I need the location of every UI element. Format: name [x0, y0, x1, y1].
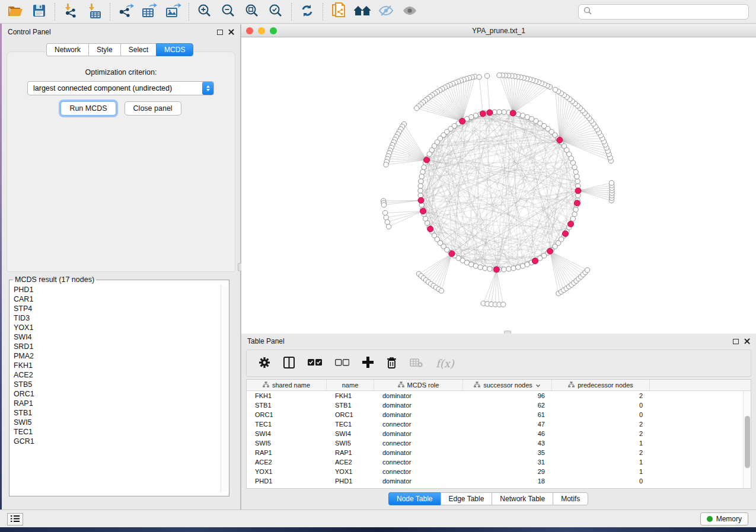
- column-header-MCDS-role[interactable]: MCDS role: [374, 380, 463, 390]
- table-cell[interactable]: connector: [374, 421, 463, 428]
- table-cell[interactable]: 62: [463, 402, 552, 409]
- table-settings-button[interactable]: [259, 354, 270, 372]
- table-row[interactable]: ORC1ORC1dominator610: [247, 410, 751, 419]
- table-row[interactable]: YOX1YOX1connector291: [247, 467, 751, 476]
- clone-network-button[interactable]: [327, 2, 350, 22]
- tab-style[interactable]: Style: [88, 43, 120, 56]
- mcds-result-item[interactable]: STB1: [10, 408, 221, 418]
- import-network-button[interactable]: [59, 2, 82, 22]
- mcds-result-item[interactable]: RAP1: [10, 399, 221, 408]
- mcds-result-item[interactable]: SWI5: [10, 418, 221, 427]
- mcds-result-item[interactable]: SRD1: [10, 342, 221, 351]
- table-cell[interactable]: 47: [463, 421, 552, 428]
- tab-network[interactable]: Network: [46, 43, 88, 56]
- table-cell[interactable]: SWI5: [327, 440, 374, 447]
- table-cell[interactable]: dominator: [374, 449, 463, 456]
- network-graph[interactable]: [241, 37, 756, 333]
- table-cell[interactable]: 18: [463, 477, 552, 485]
- zoom-fit-button[interactable]: [240, 2, 264, 22]
- mcds-result-item[interactable]: FKH1: [10, 361, 221, 370]
- table-cell[interactable]: dominator: [374, 477, 463, 485]
- run-mcds-button[interactable]: Run MCDS: [60, 101, 116, 116]
- table-cell[interactable]: FKH1: [247, 392, 327, 399]
- table-cell[interactable]: ORC1: [247, 411, 327, 418]
- table-cell[interactable]: SWI4: [327, 430, 374, 437]
- mcds-result-item[interactable]: PHD1: [10, 285, 221, 294]
- float-panel-icon[interactable]: [217, 30, 223, 35]
- table-cell[interactable]: RAP1: [247, 449, 327, 456]
- table-cell[interactable]: 35: [463, 449, 552, 456]
- table-cell[interactable]: 2: [552, 392, 650, 399]
- task-history-button[interactable]: [7, 513, 23, 525]
- zoom-in-button[interactable]: [193, 2, 216, 22]
- mcds-result-item[interactable]: CAR1: [10, 294, 221, 304]
- table-cell[interactable]: 96: [463, 392, 552, 399]
- search-input[interactable]: [595, 8, 744, 16]
- show-details-button[interactable]: [398, 2, 422, 22]
- table-cell[interactable]: dominator: [374, 430, 463, 437]
- table-row[interactable]: RAP1RAP1dominator352: [247, 448, 751, 457]
- close-panel-button[interactable]: Close panel: [125, 101, 181, 116]
- mcds-result-item[interactable]: ORC1: [10, 389, 221, 399]
- table-row[interactable]: SWI4SWI4dominator462: [247, 429, 751, 438]
- table-cell[interactable]: SWI4: [247, 430, 327, 437]
- mcds-result-item[interactable]: TID3: [10, 313, 221, 323]
- table-cell[interactable]: dominator: [374, 402, 463, 409]
- delete-button[interactable]: [387, 354, 397, 372]
- table-cell[interactable]: ORC1: [327, 411, 374, 418]
- home-overview-button[interactable]: [350, 2, 374, 22]
- export-network-button[interactable]: [114, 2, 138, 22]
- show-columns-button[interactable]: [283, 354, 295, 372]
- table-cell[interactable]: FKH1: [327, 392, 374, 399]
- optimization-dropdown[interactable]: largest connected component (undirected): [27, 81, 214, 95]
- table-cell[interactable]: 29: [463, 468, 552, 475]
- open-file-button[interactable]: [4, 2, 27, 22]
- table-cell[interactable]: 46: [463, 430, 552, 437]
- table-cell[interactable]: 2: [552, 449, 650, 456]
- table-cell[interactable]: 1: [552, 440, 650, 447]
- table-cell[interactable]: connector: [374, 459, 463, 466]
- table-cell[interactable]: 31: [463, 459, 552, 466]
- table-cell[interactable]: PHD1: [327, 477, 374, 485]
- save-session-button[interactable]: [27, 2, 51, 22]
- table-cell[interactable]: STB1: [327, 402, 374, 409]
- delete-columns-button[interactable]: [410, 354, 423, 372]
- column-header-shared-name[interactable]: shared name: [247, 380, 327, 390]
- table-cell[interactable]: 43: [463, 440, 552, 447]
- refresh-button[interactable]: [295, 2, 319, 22]
- table-cell[interactable]: 2: [552, 421, 650, 428]
- table-cell[interactable]: 2: [552, 430, 650, 437]
- table-cell[interactable]: ACE2: [247, 459, 327, 466]
- table-cell[interactable]: YOX1: [247, 468, 327, 475]
- zoom-out-button[interactable]: [216, 2, 240, 22]
- table-cell[interactable]: dominator: [374, 392, 463, 399]
- table-cell[interactable]: STB1: [247, 402, 327, 409]
- table-cell[interactable]: connector: [374, 468, 463, 475]
- memory-button[interactable]: Memory: [700, 512, 748, 525]
- table-row[interactable]: ACE2ACE2connector311: [247, 457, 751, 467]
- table-tab-network-table[interactable]: Network Table: [492, 492, 553, 505]
- table-cell[interactable]: RAP1: [327, 449, 374, 456]
- table-cell[interactable]: TEC1: [247, 421, 327, 428]
- mcds-result-item[interactable]: TEC1: [10, 427, 221, 437]
- table-tab-node-table[interactable]: Node Table: [388, 492, 441, 505]
- table-row[interactable]: TEC1TEC1connector472: [247, 419, 751, 429]
- zoom-selected-button[interactable]: [264, 2, 288, 22]
- table-tab-edge-table[interactable]: Edge Table: [441, 492, 492, 505]
- export-table-button[interactable]: [138, 2, 161, 22]
- tab-mcds[interactable]: MCDS: [156, 43, 193, 56]
- hide-details-button[interactable]: [374, 2, 398, 22]
- select-all-button[interactable]: [308, 354, 322, 372]
- add-button[interactable]: [362, 354, 374, 372]
- table-cell[interactable]: connector: [374, 440, 463, 447]
- table-cell[interactable]: 0: [552, 411, 650, 418]
- table-row[interactable]: PHD1PHD1dominator180: [247, 476, 751, 486]
- table-scrollbar[interactable]: [743, 391, 751, 488]
- table-cell[interactable]: ACE2: [327, 459, 374, 466]
- table-cell[interactable]: PHD1: [247, 477, 327, 485]
- table-cell[interactable]: 1: [552, 459, 650, 466]
- mcds-result-item[interactable]: PMA2: [10, 351, 221, 361]
- mcds-result-item[interactable]: SWI4: [10, 332, 221, 342]
- tab-select[interactable]: Select: [120, 43, 156, 56]
- table-cell[interactable]: 0: [552, 477, 650, 485]
